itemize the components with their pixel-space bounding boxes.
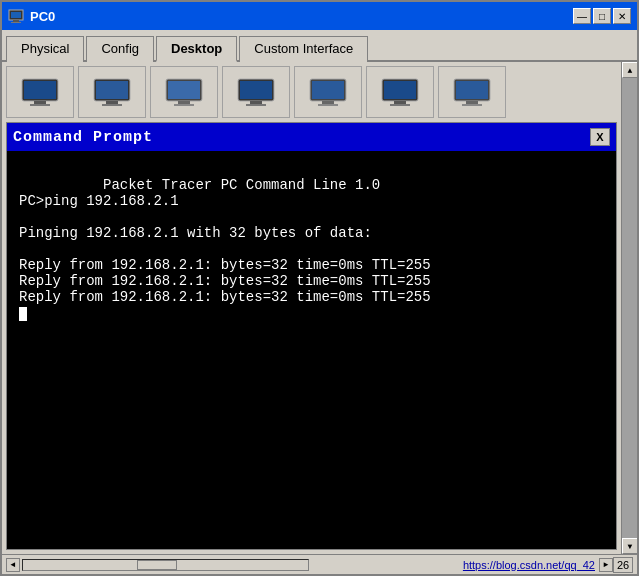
svg-rect-11 — [102, 104, 122, 106]
svg-rect-3 — [11, 22, 21, 23]
svg-rect-27 — [390, 104, 410, 106]
maximize-button[interactable]: □ — [593, 8, 611, 24]
svg-rect-17 — [240, 81, 272, 99]
icon-row — [6, 66, 617, 118]
svg-rect-13 — [168, 81, 200, 99]
cmd-body[interactable]: Packet Tracer PC Command Line 1.0 PC>pin… — [7, 151, 616, 549]
icon-box-1 — [6, 66, 74, 118]
svg-rect-21 — [312, 81, 344, 99]
cmd-panel: Command Prompt X Packet Tracer PC Comman… — [6, 122, 617, 550]
svg-rect-10 — [106, 101, 118, 104]
svg-rect-7 — [30, 104, 50, 106]
bottom-bar: ◄ https://blog.csdn.net/qq_42 ► 26 — [2, 554, 637, 574]
svg-rect-18 — [250, 101, 262, 104]
window: PC0 — □ ✕ Physical Config Desktop Custom… — [0, 0, 639, 576]
icon-box-3 — [150, 66, 218, 118]
title-bar: PC0 — □ ✕ — [2, 2, 637, 30]
svg-rect-15 — [174, 104, 194, 106]
status-link[interactable]: https://blog.csdn.net/qq_42 — [311, 559, 596, 571]
vertical-scrollbar[interactable]: ▲ ▼ — [621, 62, 637, 554]
terminal-content: Packet Tracer PC Command Line 1.0 PC>pin… — [19, 177, 431, 305]
icon-box-2 — [78, 66, 146, 118]
svg-rect-26 — [394, 101, 406, 104]
svg-rect-31 — [462, 104, 482, 106]
horizontal-scroll-track[interactable] — [22, 559, 309, 571]
main-area: ▲ ▼ — [2, 62, 637, 554]
tab-desktop[interactable]: Desktop — [156, 36, 237, 62]
svg-rect-9 — [96, 81, 128, 99]
window-controls: — □ ✕ — [573, 8, 631, 24]
svg-rect-23 — [318, 104, 338, 106]
close-button[interactable]: ✕ — [613, 8, 631, 24]
cmd-close-button[interactable]: X — [590, 128, 610, 146]
tab-config[interactable]: Config — [86, 36, 154, 62]
scroll-track — [622, 78, 637, 538]
horizontal-scroll-thumb — [137, 560, 177, 570]
scroll-down-button[interactable]: ▼ — [622, 538, 637, 554]
content-area: Command Prompt X Packet Tracer PC Comman… — [2, 62, 621, 554]
svg-rect-30 — [466, 101, 478, 104]
svg-rect-2 — [13, 20, 19, 22]
cursor — [19, 307, 27, 321]
scroll-right-button[interactable]: ► — [599, 558, 613, 572]
icon-box-4 — [222, 66, 290, 118]
tab-custom-interface[interactable]: Custom Interface — [239, 36, 368, 62]
window-title: PC0 — [30, 9, 573, 24]
svg-rect-19 — [246, 104, 266, 106]
icon-box-5 — [294, 66, 362, 118]
icon-box-6 — [366, 66, 434, 118]
icon-box-7 — [438, 66, 506, 118]
scroll-left-button[interactable]: ◄ — [6, 558, 20, 572]
cmd-title-text: Command Prompt — [13, 129, 153, 146]
minimize-button[interactable]: — — [573, 8, 591, 24]
cmd-title-bar: Command Prompt X — [7, 123, 616, 151]
tab-bar: Physical Config Desktop Custom Interface — [2, 30, 637, 62]
svg-rect-14 — [178, 101, 190, 104]
tab-physical[interactable]: Physical — [6, 36, 84, 62]
scroll-up-button[interactable]: ▲ — [622, 62, 637, 78]
svg-rect-22 — [322, 101, 334, 104]
page-number: 26 — [613, 557, 633, 573]
svg-rect-25 — [384, 81, 416, 99]
svg-rect-6 — [34, 101, 46, 104]
window-icon — [8, 8, 24, 24]
svg-rect-5 — [24, 81, 56, 99]
svg-rect-29 — [456, 81, 488, 99]
svg-rect-1 — [11, 12, 21, 18]
